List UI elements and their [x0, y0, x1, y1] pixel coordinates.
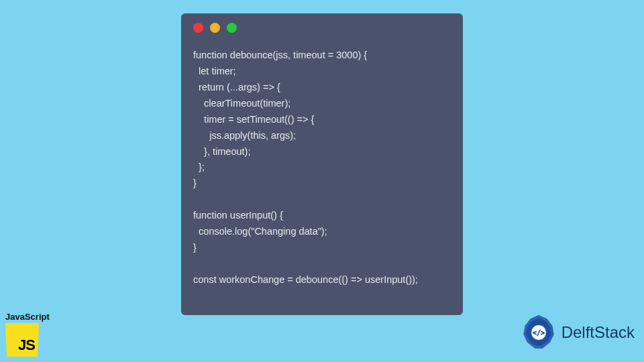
code-block: function debounce(jss, timeout = 3000) {… — [193, 48, 451, 288]
delftstack-logo-icon: </> — [520, 314, 557, 351]
svg-text:</>: </> — [533, 329, 545, 337]
javascript-logo-text: JS — [18, 337, 35, 354]
code-window: function debounce(jss, timeout = 3000) {… — [181, 13, 463, 315]
close-icon — [193, 23, 203, 33]
delftstack-watermark: </> DelftStack — [520, 314, 635, 351]
javascript-label: JavaScript — [5, 312, 52, 322]
javascript-badge: JavaScript JS — [5, 312, 52, 357]
delftstack-label: DelftStack — [561, 323, 635, 342]
javascript-logo-icon: JS — [5, 323, 39, 357]
traffic-lights — [193, 23, 451, 33]
minimize-icon — [210, 23, 220, 33]
maximize-icon — [227, 23, 237, 33]
